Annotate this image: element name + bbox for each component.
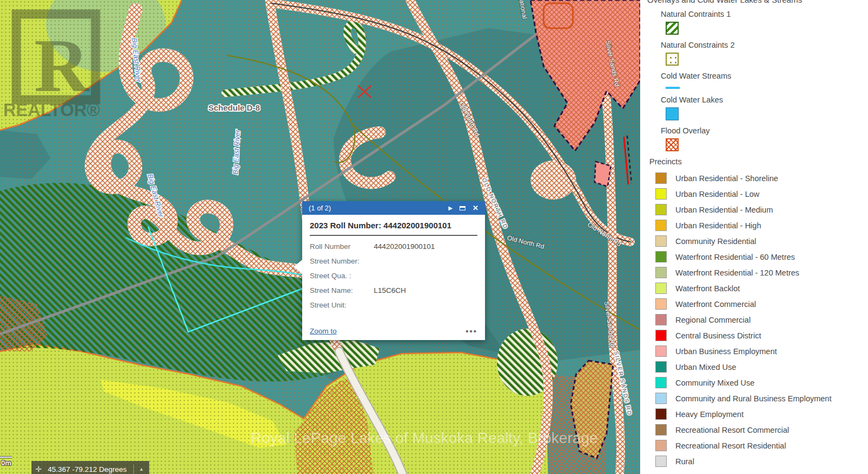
legend-swatch [655, 377, 667, 388]
field-label: Street Number: [310, 257, 374, 266]
realtor-watermark-logo: R REALTOR® [3, 14, 101, 120]
legend-label: Cold Water Lakes [661, 94, 868, 105]
popup-pager: (1 of 2) [309, 204, 331, 212]
legend-label: Central Business District [675, 331, 761, 340]
legend-precinct-row: Recreational Resort Commercial [640, 422, 868, 438]
legend-label: Urban Residential - Shoreline [675, 174, 778, 183]
legend-swatch-green-hatch [666, 22, 679, 35]
legend-swatch [655, 408, 667, 420]
legend-precinct-row: Waterfront Commercial [640, 296, 868, 312]
svg-text:REALTOR®: REALTOR® [3, 100, 101, 120]
legend-swatch [655, 172, 667, 184]
legend-label: Cold Water Streams [661, 71, 868, 81]
legend-label: Heavy Employment [675, 410, 744, 419]
legend-precinct-row: Central Business District [640, 328, 868, 343]
legend-precinct-row: Community Mixed Use [640, 375, 868, 390]
legend-precinct-row: Community and Rural Business Employment [640, 390, 868, 406]
legend-header: Overlays and Cold Water Lakes & Streams [647, 0, 802, 4]
legend-swatch-cyan-fill [666, 107, 679, 120]
legend-label: Waterfront Commercial [675, 300, 756, 309]
field-value [374, 271, 477, 281]
field-value: L15C6CH [374, 286, 477, 296]
coordinate-readout: 45.367 -79.212 Degrees [46, 465, 133, 473]
legend-precinct-row: Urban Business Employment [640, 343, 868, 359]
legend-swatch [655, 251, 667, 262]
close-button[interactable]: ✕ [473, 204, 478, 212]
legend-label: Recreational Resort Commercial [675, 426, 789, 434]
schedule-label: Schedule D-8 [208, 103, 260, 112]
legend-label: Waterfront Backlot [675, 284, 740, 293]
legend-precinct-row: Rural [640, 453, 868, 469]
legend-swatch [655, 283, 667, 294]
legend-precinct-row: Waterfront Residential - 60 Metres [640, 249, 868, 265]
maximize-button[interactable] [459, 206, 465, 210]
legend-precinct-row: Heavy Employment [640, 406, 868, 422]
app-window: Schedule D-8 Big East River Big East Riv… [0, 0, 868, 474]
legend-swatch [655, 361, 667, 373]
legend-swatch [655, 188, 667, 200]
legend-swatch [655, 456, 667, 467]
legend-precinct-row: Recreational Resort Residential [640, 438, 868, 453]
legend-label: Community Mixed Use [675, 379, 755, 387]
field-label: Street Name: [310, 286, 374, 296]
legend-label: Natural Constraints 2 [661, 40, 868, 50]
popup-body: 2023 Roll Number: 444202001900101 Roll N… [302, 215, 485, 340]
zoom-to-link[interactable]: Zoom to [310, 327, 337, 335]
legend-swatch-olive-dotted [666, 53, 679, 66]
legend-label: Recreational Resort Residential [675, 441, 786, 450]
popup-title: 2023 Roll Number: 444202001900101 [310, 221, 477, 236]
legend-item-cold-water-lakes: Cold Water Lakes [640, 94, 868, 120]
legend-swatch [655, 440, 667, 451]
legend-swatch [655, 267, 667, 278]
feature-popup: (1 of 2) ▶ ✕ 2023 Roll Number: 444202001… [302, 201, 485, 340]
legend-label: Community and Rural Business Employment [675, 394, 832, 403]
popup-footer: Zoom to ••• [310, 327, 477, 335]
field-value: 444202001900101 [374, 242, 477, 252]
legend-label: Waterfront Residential - 120 Metres [675, 268, 799, 277]
map-canvas[interactable]: Schedule D-8 Big East River Big East Riv… [0, 0, 640, 474]
legend-label: Urban Business Employment [675, 347, 777, 356]
coordinate-bar[interactable]: ✛ 45.367 -79.212 Degrees ▲ [31, 461, 149, 474]
legend-swatch [655, 298, 667, 310]
legend-label: Urban Residential - High [675, 221, 761, 230]
field-value [374, 300, 477, 310]
scale-label: 0m [1, 459, 11, 467]
legend-swatch [655, 235, 667, 247]
legend-precinct-row: Waterfront Backlot [640, 280, 868, 296]
field-value [374, 257, 477, 266]
legend-label: Urban Mixed Use [675, 363, 736, 371]
expand-icon[interactable]: ▲ [134, 466, 149, 472]
legend-label: Urban Residential - Low [675, 190, 760, 198]
popup-fields: Roll Number 444202001900101 Street Numbe… [310, 242, 477, 310]
legend-panel: Overlays and Cold Water Lakes & Streams … [640, 0, 868, 474]
brokerage-watermark: Royal LePage Lakes of Muskoka Realty, Br… [251, 430, 598, 446]
legend-label: Urban Residential - Medium [675, 206, 773, 214]
legend-swatch [655, 220, 667, 231]
legend-label: Rural [675, 457, 694, 466]
legend-precinct-row: Urban Mixed Use [640, 359, 868, 375]
precincts-section-title: Precincts [640, 156, 868, 167]
legend-swatch [655, 314, 667, 325]
legend-precinct-row: Urban Residential - Medium [640, 202, 868, 217]
more-options-button[interactable]: ••• [465, 329, 477, 334]
legend-precinct-row: Regional Commercial [640, 312, 868, 328]
legend-label: Flood Overlay [661, 125, 868, 136]
field-label: Roll Number [310, 242, 374, 252]
svg-text:R: R [34, 23, 90, 107]
legend-swatch-orange-crosshatch [666, 138, 679, 151]
legend-item-natural-constraints-1: Natural Contraints 1 [640, 9, 868, 35]
next-feature-button[interactable]: ▶ [448, 205, 452, 211]
field-label: Street Unit: [310, 300, 374, 310]
popup-callout-arrow [293, 260, 302, 274]
legend-item-cold-water-streams: Cold Water Streams [640, 71, 868, 89]
legend-precinct-row: Urban Residential - High [640, 217, 868, 233]
legend-precinct-row: Community Residential [640, 233, 868, 249]
legend-item-natural-constraints-2: Natural Constraints 2 [640, 40, 868, 66]
legend-swatch [655, 204, 667, 215]
legend-precinct-row: Urban Residential - Shoreline [640, 170, 868, 186]
legend-label: Natural Contraints 1 [661, 9, 868, 20]
legend-label: Waterfront Residential - 60 Metres [675, 253, 795, 261]
legend-swatch [655, 424, 667, 435]
legend-precinct-row: Waterfront Residential - 120 Metres [640, 265, 868, 280]
popup-header: (1 of 2) ▶ ✕ [302, 201, 485, 215]
